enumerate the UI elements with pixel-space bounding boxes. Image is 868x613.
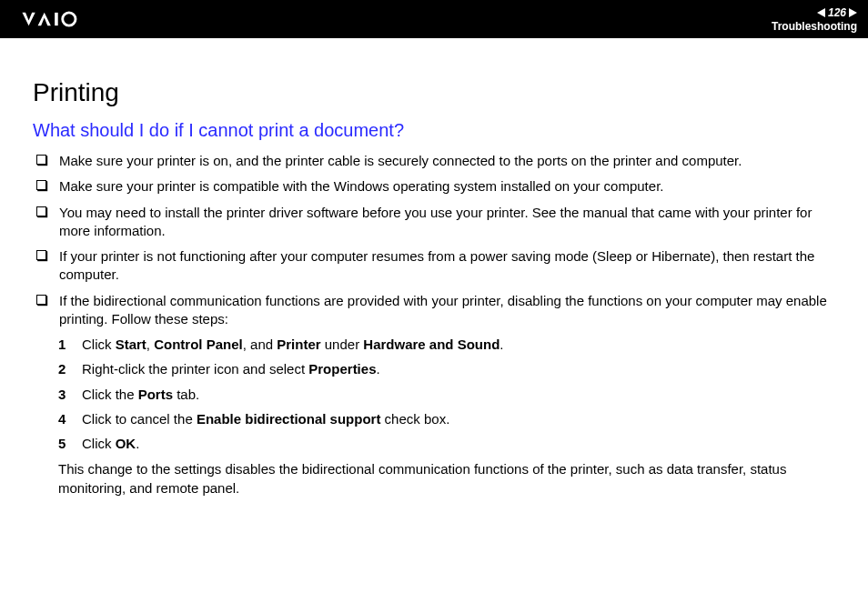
- list-item: Make sure your printer is on, and the pr…: [36, 152, 835, 170]
- bullet-icon: [36, 295, 46, 305]
- header-bar: 126 Troubleshooting: [0, 0, 868, 38]
- bullet-text: Make sure your printer is compatible wit…: [59, 177, 835, 196]
- bullet-text: You may need to install the printer driv…: [59, 204, 835, 241]
- next-page-icon[interactable]: [849, 8, 857, 17]
- bullet-icon: [36, 180, 46, 190]
- step-number: 2: [58, 360, 82, 378]
- step-text: Click Start, Control Panel, and Printer …: [82, 336, 835, 354]
- step-item: 1 Click Start, Control Panel, and Printe…: [58, 336, 835, 354]
- step-number: 3: [58, 386, 82, 404]
- step-item: 2 Right-click the printer icon and selec…: [58, 360, 835, 378]
- step-text: Click the Ports tab.: [82, 386, 835, 404]
- bullet-text: Make sure your printer is on, and the pr…: [59, 152, 835, 170]
- page-navigation: 126: [817, 6, 857, 19]
- header-right: 126 Troubleshooting: [772, 6, 857, 33]
- svg-rect-0: [55, 13, 58, 25]
- content-area: Printing What should I do if I cannot pr…: [0, 38, 868, 497]
- section-label: Troubleshooting: [772, 20, 857, 33]
- list-item: Make sure your printer is compatible wit…: [36, 177, 835, 196]
- step-text: Click OK.: [82, 435, 835, 453]
- list-item: You may need to install the printer driv…: [36, 204, 835, 241]
- step-number: 4: [58, 410, 82, 428]
- svg-point-1: [63, 13, 76, 25]
- bullet-icon: [36, 155, 46, 165]
- bullet-icon: [36, 250, 46, 260]
- step-text: Click to cancel the Enable bidirectional…: [82, 410, 835, 428]
- steps-list: 1 Click Start, Control Panel, and Printe…: [58, 336, 835, 453]
- step-item: 4 Click to cancel the Enable bidirection…: [58, 410, 835, 428]
- page-title: Printing: [33, 78, 835, 107]
- list-item: If the bidirectional communication funct…: [36, 292, 835, 329]
- bullet-icon: [36, 206, 46, 216]
- step-number: 5: [58, 435, 82, 453]
- page-subtitle: What should I do if I cannot print a doc…: [33, 120, 835, 141]
- closing-paragraph: This change to the settings disables the…: [58, 460, 835, 497]
- bullet-text: If the bidirectional communication funct…: [59, 292, 835, 329]
- step-item: 3 Click the Ports tab.: [58, 386, 835, 404]
- step-item: 5 Click OK.: [58, 435, 835, 453]
- vaio-logo: [16, 10, 116, 28]
- page-number: 126: [828, 6, 846, 19]
- step-text: Right-click the printer icon and select …: [82, 360, 835, 378]
- prev-page-icon[interactable]: [817, 8, 825, 17]
- list-item: If your printer is not functioning after…: [36, 247, 835, 285]
- bullet-text: If your printer is not functioning after…: [59, 247, 835, 285]
- step-number: 1: [58, 336, 82, 354]
- bullet-list: Make sure your printer is on, and the pr…: [36, 152, 835, 328]
